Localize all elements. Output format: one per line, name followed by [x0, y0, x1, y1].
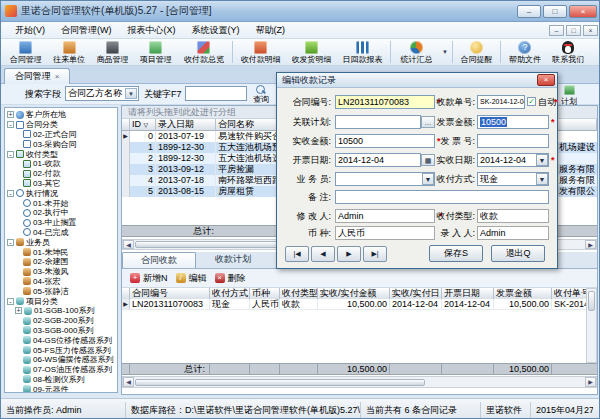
- tree-group-region[interactable]: + 客户所在地: [7, 110, 117, 120]
- minimize-button[interactable]: –: [517, 5, 541, 18]
- receipt-no-input[interactable]: SK-2014-12-04-0001: [477, 95, 525, 109]
- tree-item[interactable]: 02-执行中: [7, 208, 117, 218]
- tree-item[interactable]: 02-SGB-200系列: [7, 316, 117, 326]
- chevron-down-icon[interactable]: ▼: [536, 154, 548, 166]
- tree-item[interactable]: 06-WS偏摆传感器系列: [7, 355, 117, 365]
- tree-item[interactable]: 08-检测仪系列: [7, 375, 117, 385]
- tree-group-project[interactable]: - 项目分类: [7, 296, 117, 306]
- tab-contract-receipts[interactable]: 合同收款: [122, 252, 196, 268]
- payments-vscrollbar[interactable]: [586, 288, 597, 363]
- scroll-thumb[interactable]: [135, 379, 425, 386]
- tree-item[interactable]: 07-OS油压传感器系列: [7, 365, 117, 375]
- scroll-right-icon[interactable]: ▶: [585, 377, 596, 387]
- plan-input[interactable]: [335, 115, 421, 129]
- expander-icon[interactable]: +: [7, 111, 14, 118]
- maximize-button[interactable]: □: [543, 5, 567, 18]
- tree-item[interactable]: 05-张静洁: [7, 286, 117, 296]
- tab-contract-mgmt[interactable]: 合同管理 ×: [4, 68, 70, 84]
- expander-icon[interactable]: -: [7, 121, 14, 128]
- chevron-down-icon[interactable]: ▼: [536, 173, 548, 185]
- toolbar-daily-report[interactable]: 日回款报表: [337, 39, 388, 65]
- toolbar-contract-mgmt[interactable]: 合同管理: [4, 39, 47, 65]
- query-button[interactable]: 查询: [253, 85, 269, 104]
- menu-settings[interactable]: 系统设置(Y): [184, 23, 248, 38]
- toolbar-payment-detail[interactable]: 收付款明细: [235, 39, 286, 65]
- toolbar-reminder[interactable]: 合同提醒: [455, 39, 498, 65]
- mdi-minimize-button[interactable]: –: [549, 25, 564, 36]
- tab-receipt-plan[interactable]: 收款计划: [196, 252, 270, 268]
- tree-item[interactable]: 03-SGB-000系列: [7, 326, 117, 336]
- tab-close-icon[interactable]: ×: [55, 72, 60, 81]
- tree-item[interactable]: 02-付款: [7, 169, 117, 179]
- tree-item[interactable]: 03-朱潋风: [7, 267, 117, 277]
- expander-icon[interactable]: -: [7, 298, 14, 305]
- scroll-left-icon[interactable]: ◀: [123, 240, 134, 249]
- contract-no-input[interactable]: LN201311070083: [335, 95, 435, 109]
- tree-item[interactable]: 03-中止搁置: [7, 218, 117, 228]
- tree-item[interactable]: 02-余建国: [7, 257, 117, 267]
- dialog-close-button[interactable]: ×: [537, 74, 555, 86]
- scroll-left-icon[interactable]: ◀: [123, 377, 134, 387]
- invoice-amount-input[interactable]: 10500: [477, 115, 549, 129]
- mdi-close-button[interactable]: ×: [583, 25, 598, 36]
- partial-plan-button[interactable]: 计划: [561, 85, 577, 107]
- menu-help[interactable]: 帮助(Z): [248, 23, 294, 38]
- received-amount-input[interactable]: 10500: [335, 134, 435, 148]
- tree-group-exec-status[interactable]: - 执行情况: [7, 188, 117, 198]
- delete-button[interactable]: × 删除: [215, 272, 246, 285]
- menu-contract[interactable]: 合同管理(W): [53, 23, 120, 38]
- toolbar-contact[interactable]: 联系我们: [547, 39, 590, 65]
- tree-item[interactable]: +01-SGB-100系列: [7, 306, 117, 316]
- nav-last-button[interactable]: ▶|: [363, 246, 387, 262]
- close-button[interactable]: ×: [569, 5, 597, 18]
- toolbar-stats[interactable]: 统计汇总: [393, 39, 440, 65]
- expander-icon[interactable]: +: [15, 307, 22, 314]
- payments-row[interactable]: ▶ LN201311070083 现金 人民币 收款 10,500.00 201…: [122, 299, 597, 310]
- auto-checkbox[interactable]: ✓: [527, 97, 536, 106]
- note-input[interactable]: [335, 190, 549, 204]
- tree-item[interactable]: 01-未开始: [7, 198, 117, 208]
- tree-item[interactable]: 01-收款: [7, 159, 117, 169]
- nav-next-button[interactable]: ▶: [337, 246, 361, 262]
- dialog-title[interactable]: 编辑收款记录: [277, 73, 557, 88]
- chevron-down-icon[interactable]: ▼: [125, 88, 137, 99]
- tree-item[interactable]: 05-FS压力传感器系列: [7, 345, 117, 355]
- stats-dropdown-icon[interactable]: ▼: [440, 49, 450, 55]
- expander-icon[interactable]: -: [7, 239, 14, 246]
- mdi-restore-button[interactable]: □: [566, 25, 581, 36]
- toolbar-shipping-detail[interactable]: 收发货明细: [286, 39, 337, 65]
- tree-item[interactable]: 03-采购合同: [7, 139, 117, 149]
- expander-icon[interactable]: -: [7, 151, 14, 158]
- toolbar-products[interactable]: 商品管理: [91, 39, 134, 65]
- tree-item[interactable]: 04-GS位移传感器系列: [7, 335, 117, 345]
- scroll-thumb[interactable]: [588, 291, 595, 311]
- tree-item[interactable]: 02-正式合同: [7, 130, 117, 140]
- edit-button[interactable]: / 编辑: [176, 272, 207, 285]
- tree-item[interactable]: 01-朱坤民: [7, 247, 117, 257]
- tree-item[interactable]: 09-元器件: [7, 384, 117, 393]
- tree-item[interactable]: 04-已完成: [7, 228, 117, 238]
- menu-start[interactable]: 开始(V): [7, 23, 53, 38]
- salesman-select[interactable]: [335, 172, 435, 186]
- nav-first-button[interactable]: |◀: [285, 246, 309, 262]
- payments-hscrollbar[interactable]: ◀ ▶: [122, 376, 597, 388]
- keyword-input[interactable]: [185, 86, 247, 101]
- nav-prev-button[interactable]: ◀: [311, 246, 335, 262]
- toolbar-help[interactable]: ? 帮助文件: [503, 39, 546, 65]
- tree-group-pay-type[interactable]: - 收付类型: [7, 149, 117, 159]
- col-entry-date[interactable]: 录入日期: [156, 119, 216, 131]
- tree-group-salesman[interactable]: - 业务员: [7, 237, 117, 247]
- add-button[interactable]: + 新增N: [130, 272, 168, 285]
- tree-group-contract-type[interactable]: - 合同分类: [7, 120, 117, 130]
- search-field-select[interactable]: 合同乙方名称 ▼: [65, 86, 139, 101]
- expander-icon[interactable]: -: [7, 190, 14, 197]
- invoice-no-input[interactable]: [477, 134, 549, 148]
- scroll-right-icon[interactable]: ▶: [585, 240, 596, 249]
- exit-button[interactable]: 退出Q: [491, 245, 545, 262]
- toolbar-projects[interactable]: 项目管理: [134, 39, 177, 65]
- tree-item[interactable]: 03-其它: [7, 179, 117, 189]
- toolbar-payment-overview[interactable]: 收付款总览: [178, 39, 231, 65]
- menu-reports[interactable]: 报表中心(X): [120, 23, 184, 38]
- save-button[interactable]: 保存S: [429, 245, 483, 262]
- toolbar-partners[interactable]: 往来单位: [47, 39, 90, 65]
